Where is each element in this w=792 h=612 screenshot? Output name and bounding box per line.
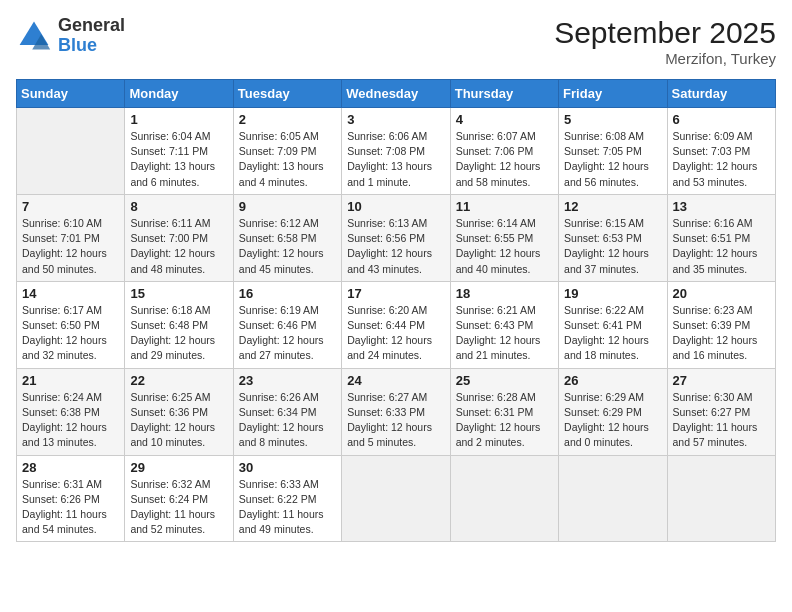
day-detail: Sunrise: 6:20 AMSunset: 6:44 PMDaylight:… bbox=[347, 303, 444, 364]
day-number: 3 bbox=[347, 112, 444, 127]
day-detail: Sunrise: 6:17 AMSunset: 6:50 PMDaylight:… bbox=[22, 303, 119, 364]
calendar-cell: 7Sunrise: 6:10 AMSunset: 7:01 PMDaylight… bbox=[17, 194, 125, 281]
day-number: 8 bbox=[130, 199, 227, 214]
calendar-cell: 24Sunrise: 6:27 AMSunset: 6:33 PMDayligh… bbox=[342, 368, 450, 455]
day-detail: Sunrise: 6:08 AMSunset: 7:05 PMDaylight:… bbox=[564, 129, 661, 190]
day-number: 6 bbox=[673, 112, 770, 127]
calendar-week-row: 14Sunrise: 6:17 AMSunset: 6:50 PMDayligh… bbox=[17, 281, 776, 368]
day-detail: Sunrise: 6:32 AMSunset: 6:24 PMDaylight:… bbox=[130, 477, 227, 538]
calendar-cell: 5Sunrise: 6:08 AMSunset: 7:05 PMDaylight… bbox=[559, 108, 667, 195]
page-header: General Blue September 2025 Merzifon, Tu… bbox=[16, 16, 776, 67]
calendar-cell: 27Sunrise: 6:30 AMSunset: 6:27 PMDayligh… bbox=[667, 368, 775, 455]
day-detail: Sunrise: 6:27 AMSunset: 6:33 PMDaylight:… bbox=[347, 390, 444, 451]
calendar-table: SundayMondayTuesdayWednesdayThursdayFrid… bbox=[16, 79, 776, 542]
calendar-header-row: SundayMondayTuesdayWednesdayThursdayFrid… bbox=[17, 80, 776, 108]
calendar-cell bbox=[559, 455, 667, 542]
logo: General Blue bbox=[16, 16, 125, 56]
day-number: 20 bbox=[673, 286, 770, 301]
calendar-cell: 16Sunrise: 6:19 AMSunset: 6:46 PMDayligh… bbox=[233, 281, 341, 368]
calendar-cell: 1Sunrise: 6:04 AMSunset: 7:11 PMDaylight… bbox=[125, 108, 233, 195]
day-detail: Sunrise: 6:04 AMSunset: 7:11 PMDaylight:… bbox=[130, 129, 227, 190]
calendar-cell: 20Sunrise: 6:23 AMSunset: 6:39 PMDayligh… bbox=[667, 281, 775, 368]
page-title: September 2025 bbox=[554, 16, 776, 50]
day-number: 30 bbox=[239, 460, 336, 475]
calendar-cell: 8Sunrise: 6:11 AMSunset: 7:00 PMDaylight… bbox=[125, 194, 233, 281]
calendar-cell: 22Sunrise: 6:25 AMSunset: 6:36 PMDayligh… bbox=[125, 368, 233, 455]
calendar-cell: 15Sunrise: 6:18 AMSunset: 6:48 PMDayligh… bbox=[125, 281, 233, 368]
day-detail: Sunrise: 6:14 AMSunset: 6:55 PMDaylight:… bbox=[456, 216, 553, 277]
day-detail: Sunrise: 6:30 AMSunset: 6:27 PMDaylight:… bbox=[673, 390, 770, 451]
day-number: 14 bbox=[22, 286, 119, 301]
day-detail: Sunrise: 6:10 AMSunset: 7:01 PMDaylight:… bbox=[22, 216, 119, 277]
day-detail: Sunrise: 6:28 AMSunset: 6:31 PMDaylight:… bbox=[456, 390, 553, 451]
day-number: 25 bbox=[456, 373, 553, 388]
weekday-header: Monday bbox=[125, 80, 233, 108]
weekday-header: Saturday bbox=[667, 80, 775, 108]
calendar-cell bbox=[17, 108, 125, 195]
day-detail: Sunrise: 6:15 AMSunset: 6:53 PMDaylight:… bbox=[564, 216, 661, 277]
day-detail: Sunrise: 6:11 AMSunset: 7:00 PMDaylight:… bbox=[130, 216, 227, 277]
day-detail: Sunrise: 6:05 AMSunset: 7:09 PMDaylight:… bbox=[239, 129, 336, 190]
calendar-cell: 30Sunrise: 6:33 AMSunset: 6:22 PMDayligh… bbox=[233, 455, 341, 542]
day-number: 19 bbox=[564, 286, 661, 301]
day-detail: Sunrise: 6:26 AMSunset: 6:34 PMDaylight:… bbox=[239, 390, 336, 451]
calendar-cell: 29Sunrise: 6:32 AMSunset: 6:24 PMDayligh… bbox=[125, 455, 233, 542]
day-number: 29 bbox=[130, 460, 227, 475]
day-number: 12 bbox=[564, 199, 661, 214]
day-number: 22 bbox=[130, 373, 227, 388]
calendar-cell: 21Sunrise: 6:24 AMSunset: 6:38 PMDayligh… bbox=[17, 368, 125, 455]
logo-line1: General bbox=[58, 16, 125, 36]
day-detail: Sunrise: 6:19 AMSunset: 6:46 PMDaylight:… bbox=[239, 303, 336, 364]
calendar-cell bbox=[667, 455, 775, 542]
day-number: 4 bbox=[456, 112, 553, 127]
day-number: 18 bbox=[456, 286, 553, 301]
calendar-cell: 26Sunrise: 6:29 AMSunset: 6:29 PMDayligh… bbox=[559, 368, 667, 455]
day-number: 27 bbox=[673, 373, 770, 388]
day-number: 5 bbox=[564, 112, 661, 127]
day-number: 21 bbox=[22, 373, 119, 388]
calendar-cell bbox=[450, 455, 558, 542]
calendar-week-row: 1Sunrise: 6:04 AMSunset: 7:11 PMDaylight… bbox=[17, 108, 776, 195]
weekday-header: Friday bbox=[559, 80, 667, 108]
day-number: 13 bbox=[673, 199, 770, 214]
calendar-week-row: 28Sunrise: 6:31 AMSunset: 6:26 PMDayligh… bbox=[17, 455, 776, 542]
day-detail: Sunrise: 6:29 AMSunset: 6:29 PMDaylight:… bbox=[564, 390, 661, 451]
day-number: 10 bbox=[347, 199, 444, 214]
day-number: 23 bbox=[239, 373, 336, 388]
calendar-cell: 6Sunrise: 6:09 AMSunset: 7:03 PMDaylight… bbox=[667, 108, 775, 195]
calendar-cell: 9Sunrise: 6:12 AMSunset: 6:58 PMDaylight… bbox=[233, 194, 341, 281]
calendar-cell: 12Sunrise: 6:15 AMSunset: 6:53 PMDayligh… bbox=[559, 194, 667, 281]
calendar-cell: 17Sunrise: 6:20 AMSunset: 6:44 PMDayligh… bbox=[342, 281, 450, 368]
calendar-cell: 2Sunrise: 6:05 AMSunset: 7:09 PMDaylight… bbox=[233, 108, 341, 195]
calendar-cell: 28Sunrise: 6:31 AMSunset: 6:26 PMDayligh… bbox=[17, 455, 125, 542]
day-detail: Sunrise: 6:33 AMSunset: 6:22 PMDaylight:… bbox=[239, 477, 336, 538]
page-subtitle: Merzifon, Turkey bbox=[554, 50, 776, 67]
day-number: 11 bbox=[456, 199, 553, 214]
day-detail: Sunrise: 6:22 AMSunset: 6:41 PMDaylight:… bbox=[564, 303, 661, 364]
day-detail: Sunrise: 6:31 AMSunset: 6:26 PMDaylight:… bbox=[22, 477, 119, 538]
day-detail: Sunrise: 6:21 AMSunset: 6:43 PMDaylight:… bbox=[456, 303, 553, 364]
weekday-header: Sunday bbox=[17, 80, 125, 108]
weekday-header: Thursday bbox=[450, 80, 558, 108]
calendar-cell: 14Sunrise: 6:17 AMSunset: 6:50 PMDayligh… bbox=[17, 281, 125, 368]
title-block: September 2025 Merzifon, Turkey bbox=[554, 16, 776, 67]
day-detail: Sunrise: 6:12 AMSunset: 6:58 PMDaylight:… bbox=[239, 216, 336, 277]
day-detail: Sunrise: 6:06 AMSunset: 7:08 PMDaylight:… bbox=[347, 129, 444, 190]
weekday-header: Tuesday bbox=[233, 80, 341, 108]
calendar-week-row: 21Sunrise: 6:24 AMSunset: 6:38 PMDayligh… bbox=[17, 368, 776, 455]
day-number: 26 bbox=[564, 373, 661, 388]
calendar-cell: 3Sunrise: 6:06 AMSunset: 7:08 PMDaylight… bbox=[342, 108, 450, 195]
day-detail: Sunrise: 6:07 AMSunset: 7:06 PMDaylight:… bbox=[456, 129, 553, 190]
calendar-cell: 19Sunrise: 6:22 AMSunset: 6:41 PMDayligh… bbox=[559, 281, 667, 368]
day-number: 1 bbox=[130, 112, 227, 127]
calendar-cell: 18Sunrise: 6:21 AMSunset: 6:43 PMDayligh… bbox=[450, 281, 558, 368]
day-number: 7 bbox=[22, 199, 119, 214]
calendar-cell: 23Sunrise: 6:26 AMSunset: 6:34 PMDayligh… bbox=[233, 368, 341, 455]
day-number: 17 bbox=[347, 286, 444, 301]
day-detail: Sunrise: 6:23 AMSunset: 6:39 PMDaylight:… bbox=[673, 303, 770, 364]
logo-line2: Blue bbox=[58, 36, 125, 56]
day-number: 9 bbox=[239, 199, 336, 214]
day-detail: Sunrise: 6:25 AMSunset: 6:36 PMDaylight:… bbox=[130, 390, 227, 451]
weekday-header: Wednesday bbox=[342, 80, 450, 108]
logo-icon bbox=[16, 18, 52, 54]
